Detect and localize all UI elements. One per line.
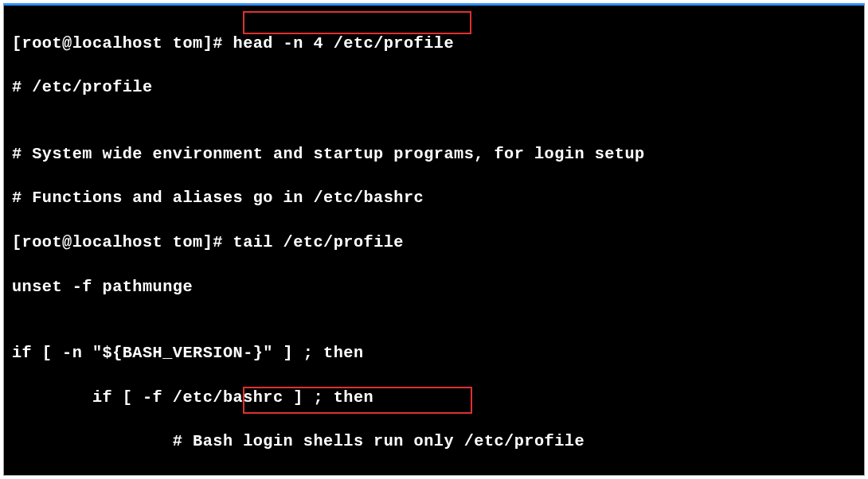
command-text: tail /etc/profile <box>233 233 404 251</box>
output-line: # System wide environment and startup pr… <box>12 143 856 166</box>
output-line: if [ -f /etc/bashrc ] ; then <box>12 387 856 409</box>
command-text: head -n 4 /etc/profile <box>233 34 455 53</box>
output-line: # Functions and aliases go in /etc/bashr… <box>12 187 856 209</box>
prompt: [root@localhost tom]# <box>12 233 233 251</box>
prompt-line-2: [root@localhost tom]# tail /etc/profile <box>12 232 856 254</box>
output-line: # Bash non-login shells run only /etc/ba… <box>12 475 856 479</box>
output-line: # /etc/profile <box>12 76 856 99</box>
output-line: # Bash login shells run only /etc/profil… <box>12 430 856 453</box>
highlight-box-head-cmd <box>243 11 471 34</box>
output-line: unset -f pathmunge <box>12 276 856 298</box>
terminal-window[interactable]: [root@localhost tom]# head -n 4 /etc/pro… <box>3 3 865 476</box>
prompt: [root@localhost tom]# <box>12 34 233 53</box>
prompt-line-1: [root@localhost tom]# head -n 4 /etc/pro… <box>12 33 856 55</box>
output-line: if [ -n "${BASH_VERSION-}" ] ; then <box>12 342 856 364</box>
